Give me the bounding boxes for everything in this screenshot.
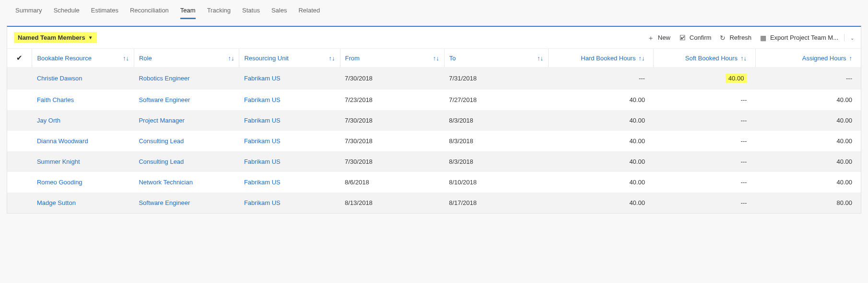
- cell-role[interactable]: Network Technician: [134, 172, 239, 192]
- cell-from: 7/23/2018: [340, 90, 444, 110]
- col-soft-booked[interactable]: Soft Booked Hours↑↓: [654, 49, 755, 67]
- cell-to: 8/17/2018: [444, 192, 548, 213]
- tab-summary[interactable]: Summary: [15, 5, 42, 19]
- chevron-down-icon: ⌄: [850, 35, 854, 41]
- sort-icon: ↑↓: [433, 55, 439, 62]
- team-panel: Named Team Members ▼ ＋ New 🗹 Confirm ↻ R…: [7, 26, 861, 214]
- row-selector[interactable]: [7, 90, 32, 110]
- confirm-button[interactable]: 🗹 Confirm: [679, 34, 712, 41]
- cell-hard-booked: 40.00: [548, 192, 654, 213]
- cell-from: 7/30/2018: [340, 131, 444, 151]
- table-row[interactable]: Summer KnightConsulting LeadFabrikam US7…: [7, 151, 861, 172]
- cell-role[interactable]: Consulting Lead: [134, 131, 239, 151]
- cell-resource[interactable]: Madge Sutton: [32, 192, 134, 213]
- col-to[interactable]: To↑↓: [444, 49, 548, 67]
- cell-assigned: 40.00: [755, 110, 861, 131]
- view-selector[interactable]: Named Team Members ▼: [14, 32, 97, 43]
- cell-from: 8/6/2018: [340, 172, 444, 192]
- row-selector[interactable]: [7, 172, 32, 192]
- cell-unit[interactable]: Fabrikam US: [239, 110, 340, 131]
- row-selector[interactable]: [7, 131, 32, 151]
- cell-to: 8/3/2018: [444, 131, 548, 151]
- cell-assigned: 40.00: [755, 172, 861, 192]
- col-assigned[interactable]: Assigned Hours↑: [755, 49, 861, 67]
- cell-hard-booked: 40.00: [548, 90, 654, 110]
- table-row[interactable]: Jay OrthProject ManagerFabrikam US7/30/2…: [7, 110, 861, 131]
- cell-resource[interactable]: Christie Dawson: [32, 67, 134, 90]
- team-grid: ✔ Bookable Resource↑↓ Role↑↓ Resourcing …: [7, 49, 861, 213]
- cell-soft-booked: ---: [654, 192, 755, 213]
- cell-unit[interactable]: Fabrikam US: [239, 151, 340, 172]
- table-row[interactable]: Romeo GoodingNetwork TechnicianFabrikam …: [7, 172, 861, 192]
- export-button[interactable]: ▦ Export Project Team M...: [760, 34, 838, 41]
- row-selector[interactable]: [7, 110, 32, 131]
- cell-unit[interactable]: Fabrikam US: [239, 67, 340, 90]
- cell-hard-booked: 40.00: [548, 131, 654, 151]
- sort-icon: ↑: [849, 55, 853, 62]
- table-row[interactable]: Dianna WoodwardConsulting LeadFabrikam U…: [7, 131, 861, 151]
- cell-role[interactable]: Robotics Engineer: [134, 67, 239, 90]
- col-from[interactable]: From↑↓: [340, 49, 444, 67]
- check-icon: ✔: [16, 54, 23, 62]
- col-resourcing-unit[interactable]: Resourcing Unit↑↓: [239, 49, 340, 67]
- confirm-label: Confirm: [690, 34, 712, 41]
- cell-unit[interactable]: Fabrikam US: [239, 131, 340, 151]
- cell-assigned: 80.00: [755, 192, 861, 213]
- cell-from: 7/30/2018: [340, 151, 444, 172]
- cell-unit[interactable]: Fabrikam US: [239, 192, 340, 213]
- chevron-down-icon: ▼: [88, 35, 93, 40]
- cell-assigned: ---: [755, 67, 861, 90]
- cell-to: 7/27/2018: [444, 90, 548, 110]
- cell-hard-booked: 40.00: [548, 110, 654, 131]
- cell-soft-booked: ---: [654, 90, 755, 110]
- col-bookable-resource[interactable]: Bookable Resource↑↓: [32, 49, 134, 67]
- refresh-button[interactable]: ↻ Refresh: [720, 34, 751, 41]
- tab-reconciliation[interactable]: Reconciliation: [130, 5, 169, 19]
- sort-icon: ↑↓: [638, 55, 645, 62]
- cell-role[interactable]: Software Engineer: [134, 90, 239, 110]
- cell-soft-booked: ---: [654, 151, 755, 172]
- cell-unit[interactable]: Fabrikam US: [239, 172, 340, 192]
- new-label: New: [658, 34, 670, 41]
- cell-resource[interactable]: Summer Knight: [32, 151, 134, 172]
- table-row[interactable]: Faith CharlesSoftware EngineerFabrikam U…: [7, 90, 861, 110]
- new-button[interactable]: ＋ New: [647, 34, 670, 41]
- sort-icon: ↑↓: [329, 55, 335, 62]
- sort-icon: ↑↓: [228, 55, 234, 62]
- cell-role[interactable]: Project Manager: [134, 110, 239, 131]
- table-row[interactable]: Christie DawsonRobotics EngineerFabrikam…: [7, 67, 861, 90]
- cell-from: 8/13/2018: [340, 192, 444, 213]
- cell-hard-booked: ---: [548, 67, 654, 90]
- toolbar: Named Team Members ▼ ＋ New 🗹 Confirm ↻ R…: [7, 27, 861, 49]
- row-selector[interactable]: [7, 151, 32, 172]
- sort-icon: ↑↓: [537, 55, 543, 62]
- row-selector[interactable]: [7, 67, 32, 90]
- tab-estimates[interactable]: Estimates: [91, 5, 118, 19]
- col-role[interactable]: Role↑↓: [134, 49, 239, 67]
- view-name: Named Team Members: [18, 34, 85, 41]
- cell-to: 8/3/2018: [444, 110, 548, 131]
- tab-sales[interactable]: Sales: [271, 5, 287, 19]
- cell-soft-booked: ---: [654, 172, 755, 192]
- cell-resource[interactable]: Romeo Gooding: [32, 172, 134, 192]
- select-all-header[interactable]: ✔: [7, 49, 32, 67]
- tab-schedule[interactable]: Schedule: [54, 5, 80, 19]
- tab-tracking[interactable]: Tracking: [207, 5, 231, 19]
- confirm-icon: 🗹: [679, 34, 686, 41]
- cell-role[interactable]: Consulting Lead: [134, 151, 239, 172]
- table-row[interactable]: Madge SuttonSoftware EngineerFabrikam US…: [7, 192, 861, 213]
- more-commands-button[interactable]: ⌄: [844, 34, 854, 41]
- row-selector[interactable]: [7, 192, 32, 213]
- cell-hard-booked: 40.00: [548, 172, 654, 192]
- tab-related[interactable]: Related: [298, 5, 320, 19]
- cell-role[interactable]: Software Engineer: [134, 192, 239, 213]
- tab-status[interactable]: Status: [242, 5, 260, 19]
- cell-unit[interactable]: Fabrikam US: [239, 90, 340, 110]
- cell-assigned: 40.00: [755, 151, 861, 172]
- col-hard-booked[interactable]: Hard Booked Hours↑↓: [548, 49, 654, 67]
- cell-soft-booked: 40.00: [654, 67, 755, 90]
- cell-resource[interactable]: Dianna Woodward: [32, 131, 134, 151]
- cell-resource[interactable]: Faith Charles: [32, 90, 134, 110]
- cell-resource[interactable]: Jay Orth: [32, 110, 134, 131]
- tab-team[interactable]: Team: [180, 5, 196, 19]
